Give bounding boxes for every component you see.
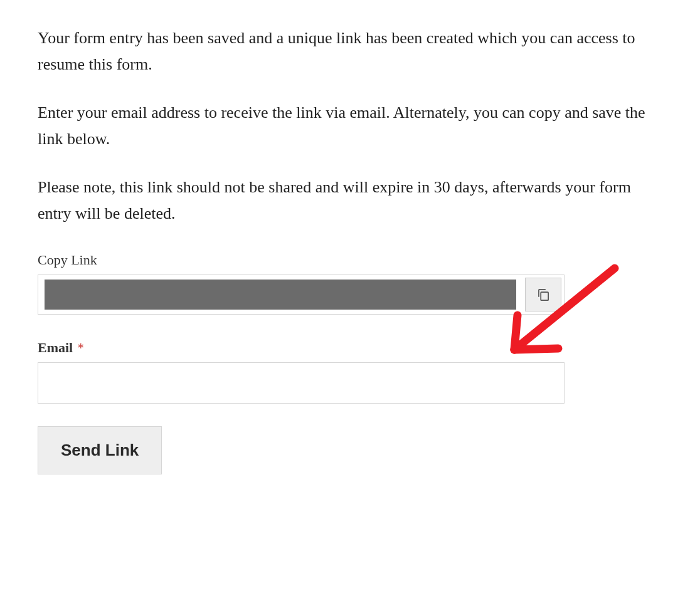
copy-link-value-redacted — [45, 280, 516, 310]
email-field-group: Email * — [38, 340, 662, 404]
copy-link-container — [38, 275, 565, 315]
send-link-button[interactable]: Send Link — [38, 426, 162, 474]
copy-link-field-group: Copy Link — [38, 252, 662, 315]
email-input[interactable] — [38, 362, 565, 404]
copy-to-clipboard-button[interactable] — [525, 278, 561, 311]
required-asterisk: * — [78, 341, 84, 355]
intro-paragraph-3: Please note, this link should not be sha… — [38, 174, 662, 226]
email-label: Email * — [38, 340, 662, 356]
copy-icon — [535, 286, 551, 303]
svg-rect-0 — [541, 292, 548, 300]
copy-link-label: Copy Link — [38, 252, 662, 268]
email-label-text: Email — [38, 340, 73, 355]
intro-paragraph-1: Your form entry has been saved and a uni… — [38, 25, 662, 77]
copy-link-value-wrapper — [38, 275, 522, 314]
intro-paragraph-2: Enter your email address to receive the … — [38, 100, 662, 152]
form-save-confirmation: Your form entry has been saved and a uni… — [38, 25, 662, 474]
